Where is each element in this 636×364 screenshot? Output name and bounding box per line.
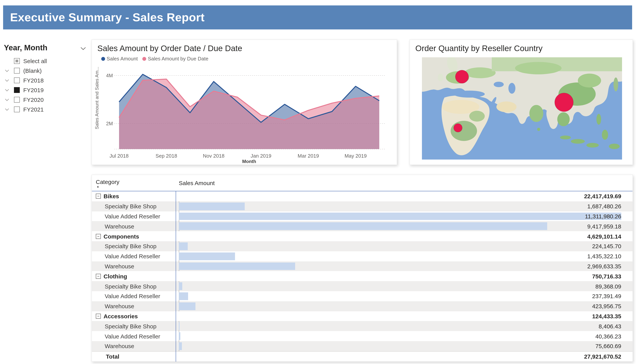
sales-amount-value: 22,417,419.69 xyxy=(584,191,621,201)
checkbox-unchecked[interactable] xyxy=(14,97,20,102)
x-axis-title: Month xyxy=(242,159,256,164)
slicer-item-fy2019[interactable]: FY2019 xyxy=(4,85,86,95)
table-row-specialty-bike-shop[interactable]: Specialty Bike Shop89,368.09 xyxy=(92,281,632,291)
category-column-header[interactable]: Category ▲ xyxy=(92,175,176,191)
data-bar xyxy=(179,252,235,260)
map-island xyxy=(537,128,540,131)
category-label: Value Added Reseller xyxy=(105,253,160,260)
table-row-specialty-bike-shop[interactable]: Specialty Bike Shop8,406.43 xyxy=(92,321,632,331)
table-row-total[interactable]: Total27,921,670.52 xyxy=(92,351,632,362)
map-terrain xyxy=(465,68,496,78)
category-label: Value Added Reseller xyxy=(105,333,160,340)
category-cell: Value Added Reseller xyxy=(92,251,176,262)
slicer-item-label[interactable]: FY2020 xyxy=(23,96,44,103)
slicer-item-fy2021[interactable]: FY2021 xyxy=(4,104,86,114)
slicer-item-fy2020[interactable]: FY2020 xyxy=(4,95,86,104)
slicer-item-label[interactable]: FY2021 xyxy=(23,106,44,113)
sales-amount-cell: 237,391.49 xyxy=(176,291,632,301)
map-title: Order Quantity by Reseller Country xyxy=(410,40,632,53)
checkbox-checked[interactable] xyxy=(14,87,20,93)
data-bar xyxy=(179,332,180,340)
legend-item-sales-amount[interactable]: Sales Amount xyxy=(101,56,138,62)
sales-amount-column-header[interactable]: Sales Amount xyxy=(176,175,632,191)
category-label: Specialty Bike Shop xyxy=(105,283,156,290)
slicer-item-label[interactable]: FY2019 xyxy=(23,87,44,93)
category-cell: Bikes xyxy=(92,191,176,201)
sales-amount-cell: 224,145.70 xyxy=(176,241,632,251)
table-row-specialty-bike-shop[interactable]: Specialty Bike Shop1,687,480.26 xyxy=(92,201,632,212)
line-area-chart[interactable]: 2M4MJul 2018Sep 2018Nov 2018Jan 2019Mar … xyxy=(104,62,395,164)
bubble-central-europe[interactable] xyxy=(455,70,469,83)
chevron-down-icon[interactable] xyxy=(80,43,86,52)
table-row-warehouse[interactable]: Warehouse75,660.69 xyxy=(92,341,632,351)
chevron-down-icon[interactable] xyxy=(4,79,14,82)
y-tick-label: 2M xyxy=(106,121,113,126)
chart-legend: Sales AmountSales Amount by Due Date xyxy=(101,56,397,62)
slicer-item-select-all[interactable]: Select all xyxy=(4,56,86,66)
sales-amount-cell: 27,921,670.52 xyxy=(176,352,632,362)
checkbox-unchecked[interactable] xyxy=(14,68,20,74)
category-label: Warehouse xyxy=(105,223,134,230)
line-chart-title: Sales Amount by Order Date / Due Date xyxy=(92,40,397,53)
line-chart-card: Sales Amount by Order Date / Due Date Sa… xyxy=(92,40,397,165)
table-row-components[interactable]: Components4,629,101.14 xyxy=(92,231,632,241)
sales-amount-cell: 9,417,959.18 xyxy=(176,221,632,231)
sales-amount-cell: 423,956.75 xyxy=(176,301,632,311)
collapse-icon[interactable] xyxy=(96,274,101,279)
table-row-warehouse[interactable]: Warehouse423,956.75 xyxy=(92,301,632,311)
map-island xyxy=(602,130,608,140)
checkbox-indeterminate[interactable] xyxy=(14,58,20,64)
sales-amount-value: 237,391.49 xyxy=(592,291,621,301)
chevron-down-icon[interactable] xyxy=(4,69,14,72)
x-tick-label: Mar 2019 xyxy=(298,153,319,159)
sales-amount-cell: 11,311,980.26 xyxy=(176,211,632,221)
y-tick-label: 4M xyxy=(106,73,113,78)
bubble-central-africa[interactable] xyxy=(454,124,462,132)
slicer-item-blank[interactable]: (Blank) xyxy=(4,66,86,76)
sales-amount-header-label: Sales Amount xyxy=(179,180,215,186)
category-label: Specialty Bike Shop xyxy=(105,323,156,330)
report-canvas: Executive Summary - Sales Report Year, M… xyxy=(0,0,636,364)
map-terrain xyxy=(557,112,570,126)
chevron-down-icon[interactable] xyxy=(4,88,14,92)
slicer-item-label[interactable]: (Blank) xyxy=(23,68,42,74)
slicer-item-label[interactable]: FY2018 xyxy=(23,77,44,84)
table-row-value-added-reseller[interactable]: Value Added Reseller1,435,322.10 xyxy=(92,251,632,262)
chevron-down-icon[interactable] xyxy=(4,108,14,111)
table-row-warehouse[interactable]: Warehouse2,969,633.35 xyxy=(92,261,632,271)
slicer-item-label[interactable]: Select all xyxy=(23,58,47,64)
table-row-warehouse[interactable]: Warehouse9,417,959.18 xyxy=(92,221,632,231)
chevron-down-icon[interactable] xyxy=(4,98,14,101)
sales-amount-cell: 75,660.69 xyxy=(176,341,632,351)
sales-amount-value: 124,433.35 xyxy=(592,311,621,321)
sort-ascending-icon: ▲ xyxy=(97,185,99,188)
sales-amount-value: 750,716.33 xyxy=(592,271,621,281)
sales-amount-cell: 4,629,101.14 xyxy=(176,231,632,241)
bubble-china[interactable] xyxy=(555,93,573,112)
table-row-accessories[interactable]: Accessories124,433.35 xyxy=(92,311,632,321)
table-row-value-added-reseller[interactable]: Value Added Reseller237,391.49 xyxy=(92,291,632,301)
collapse-icon[interactable] xyxy=(96,314,101,319)
map-island-philippines xyxy=(596,114,601,125)
slicer-item-fy2018[interactable]: FY2018 xyxy=(4,76,86,85)
table-row-value-added-reseller[interactable]: Value Added Reseller11,311,980.26 xyxy=(92,211,632,221)
area-sales-amount-by-due-date[interactable] xyxy=(119,79,379,149)
checkbox-unchecked[interactable] xyxy=(14,78,20,83)
category-label: Bikes xyxy=(104,193,119,200)
legend-label: Sales Amount xyxy=(107,56,138,62)
collapse-icon[interactable] xyxy=(96,194,101,199)
year-month-slicer: Year, Month Select all(Blank)FY2018FY201… xyxy=(4,43,86,114)
slicer-header: Year, Month xyxy=(4,43,86,52)
checkbox-unchecked[interactable] xyxy=(14,106,20,112)
collapse-icon[interactable] xyxy=(96,234,101,239)
category-label: Specialty Bike Shop xyxy=(105,203,156,210)
category-cell: Accessories xyxy=(92,311,176,321)
slicer-title: Year, Month xyxy=(4,43,48,52)
legend-item-sales-amount-by-due-date[interactable]: Sales Amount by Due Date xyxy=(142,56,208,62)
table-row-bikes[interactable]: Bikes22,417,419.69 xyxy=(92,191,632,201)
table-row-specialty-bike-shop[interactable]: Specialty Bike Shop224,145.70 xyxy=(92,241,632,251)
legend-dot xyxy=(142,57,146,60)
table-row-value-added-reseller[interactable]: Value Added Reseller40,366.23 xyxy=(92,331,632,341)
map-visual[interactable] xyxy=(422,57,622,160)
table-row-clothing[interactable]: Clothing750,716.33 xyxy=(92,271,632,281)
